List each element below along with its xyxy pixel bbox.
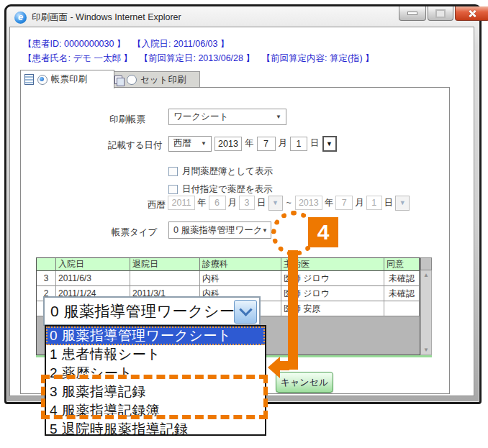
form-print-radio[interactable] [37, 75, 48, 85]
option-patient-info-sheet[interactable]: 1 患者情報シート [46, 345, 265, 364]
annotation-step-number: 4 [317, 220, 330, 244]
col-header-rownum [37, 258, 56, 271]
range-from-day-input[interactable] [239, 196, 255, 210]
print-form-label: 印刷帳票 [109, 114, 145, 126]
dropdown-arrow-icon: ▼ [399, 199, 406, 206]
maximize-button[interactable] [428, 6, 453, 21]
range-from-year-input[interactable] [168, 196, 195, 210]
record-date-label: 記載する日付 [108, 140, 163, 152]
range-to-month-input[interactable] [335, 196, 353, 210]
daterange-checkbox-row: 日付指定で薬歴を表示 [168, 183, 273, 196]
scroll-up-icon[interactable]: ▲ [421, 272, 431, 278]
form-type-select-value: 0 服薬指導管理ワークシート [173, 224, 262, 237]
form-type-label: 帳票タイプ [112, 227, 157, 239]
dropdown-arrow-icon: ▼ [272, 199, 279, 206]
daterange-checkbox-label: 日付指定で薬歴を表示 [182, 183, 273, 196]
patient-info-line1: 【患者ID: 0000000030 】 【入院日: 2011/06/03 】 [23, 38, 234, 50]
minimize-icon [407, 12, 417, 15]
range-to-year-input[interactable] [295, 196, 322, 210]
table-cell[interactable] [384, 301, 420, 316]
range-tilde: ~ [286, 198, 292, 208]
date-range-row: 年 月 日 ▼ ~ 年 月 日 ▼ [168, 195, 410, 211]
calendar-dropdown-button-disabled[interactable]: ▼ [268, 196, 283, 211]
patient-name: 【患者氏名: デモ 一太郎 】 [23, 53, 132, 63]
window-controls [399, 6, 488, 21]
record-year-input[interactable] [214, 137, 242, 151]
table-cell[interactable]: 内科 [200, 271, 281, 286]
annotation-step-badge: 4 [308, 217, 338, 247]
table-cell[interactable]: 2011/6/3 [56, 271, 130, 286]
combobox-dropdown-button[interactable] [234, 300, 257, 324]
table-scrollbar[interactable]: ▲ ▼ [420, 257, 432, 355]
last-calc-date: 【前回算定日: 2013/06/28 】 [139, 53, 254, 63]
day-unit-label: 日 [257, 197, 266, 209]
annotation-arrow-head [268, 357, 280, 378]
record-date-row: 西暦 ▼ 年 月 日 ▼ [168, 135, 337, 152]
form-type-combobox-value: 0 服薬指導管理ワークシート [45, 301, 250, 321]
range-to-day-input[interactable] [366, 196, 382, 210]
scrollbar-header-cell [420, 257, 432, 270]
table-cell[interactable]: 未確認 [384, 286, 420, 301]
tab-set-print[interactable]: セット印刷 [110, 71, 200, 88]
monthly-record-checkbox-row: 月間薬歴簿として表示 [168, 165, 273, 178]
col-header-consent: 同意 [384, 258, 420, 271]
calendar-dropdown-button[interactable]: ▼ [322, 136, 337, 152]
print-form-select[interactable]: ワークシート ▼ [168, 109, 286, 125]
copies-icon [114, 76, 123, 84]
col-header-department: 診療科 [200, 258, 281, 271]
record-day-input[interactable] [290, 137, 307, 151]
tab-form-print-label: 帳票印刷 [51, 73, 87, 86]
col-header-admission: 入院日 [56, 258, 130, 271]
option-discharge-guidance-record[interactable]: 5 退院時服薬指導記録 [46, 420, 265, 439]
dropdown-arrow-icon: ▼ [276, 114, 281, 120]
table-cell[interactable] [130, 271, 200, 286]
patient-id: 【患者ID: 0000000030 】 [23, 39, 125, 49]
col-header-discharge: 退院日 [130, 258, 200, 271]
form-type-select[interactable]: 0 服薬指導管理ワークシート ▼ [168, 221, 271, 239]
record-month-input[interactable] [257, 137, 276, 151]
year-unit-label: 年 [325, 197, 334, 209]
annotation-arrow-shaft [288, 250, 298, 370]
range-era-label: 西暦 [148, 199, 166, 211]
scroll-down-icon[interactable]: ▼ [421, 347, 431, 353]
patient-info-line2: 【患者氏名: デモ 一太郎 】 【前回算定日: 2013/06/28 】 【前回… [23, 52, 379, 65]
close-button[interactable] [455, 6, 488, 21]
cancel-button-label: キャンセル [281, 376, 329, 389]
monthly-record-checkbox-label: 月間薬歴簿として表示 [182, 165, 273, 178]
dropdown-arrow-icon: ▼ [326, 140, 333, 147]
calendar-dropdown-button-disabled[interactable]: ▼ [395, 196, 410, 211]
cancel-button[interactable]: キャンセル [276, 372, 333, 393]
day-unit-label: 日 [384, 197, 394, 209]
window-title: 印刷画面 - Windows Internet Explorer [32, 12, 181, 24]
set-print-radio[interactable] [127, 75, 137, 85]
range-from-month-input[interactable] [209, 196, 226, 210]
last-calc-content: 【前回算定内容: 算定(指) 】 [261, 53, 374, 63]
table-cell[interactable]: 未確認 [384, 271, 420, 286]
option-worksheet[interactable]: 0 服薬指導管理ワークシート [46, 326, 265, 345]
monthly-record-checkbox[interactable] [168, 167, 178, 176]
month-unit-label: 月 [279, 137, 288, 150]
month-unit-label: 月 [355, 197, 364, 209]
form-type-combobox-enlarged[interactable]: 0 服薬指導管理ワークシート [43, 296, 261, 326]
document-icon [24, 74, 34, 85]
close-icon [468, 9, 476, 18]
era-select[interactable]: 西暦 ▼ [168, 136, 212, 152]
titlebar: 印刷画面 - Windows Internet Explorer [14, 9, 181, 25]
annotation-dashed-highlight [41, 375, 268, 419]
day-unit-label: 日 [310, 137, 320, 150]
scrollbar-track[interactable]: ▲ ▼ [420, 270, 432, 355]
maximize-icon [435, 9, 446, 18]
table-cell[interactable]: 3 [37, 271, 56, 286]
minimize-button[interactable] [399, 6, 426, 21]
era-select-value: 西暦 [173, 137, 191, 150]
daterange-checkbox[interactable] [168, 185, 178, 194]
tab-set-print-label: セット印刷 [140, 74, 186, 86]
chevron-down-icon [239, 303, 252, 316]
admission-date: 【入院日: 2011/06/03 】 [132, 39, 230, 49]
year-unit-label: 年 [197, 197, 207, 209]
dropdown-arrow-icon: ▼ [262, 227, 268, 234]
internet-explorer-icon [14, 12, 27, 24]
print-form-select-value: ワークシート [173, 111, 228, 123]
tab-form-print[interactable]: 帳票印刷 [20, 70, 114, 88]
year-unit-label: 年 [245, 137, 254, 150]
